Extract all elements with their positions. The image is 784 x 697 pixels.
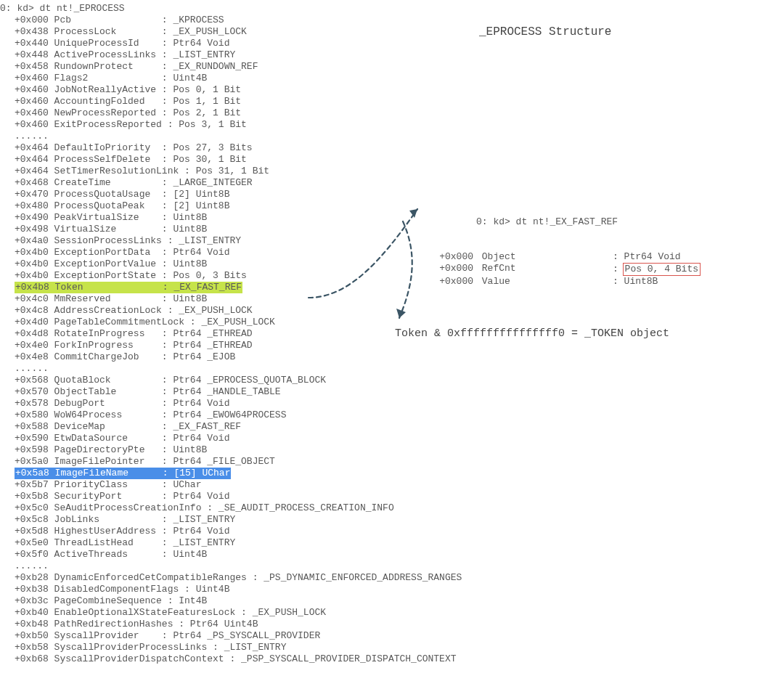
refcnt-bits-box: Pos 0, 4 Bits (623, 263, 701, 276)
struct-field-line: +0x570 ObjectTable : Ptr64 _HANDLE_TABLE (0, 386, 784, 398)
struct-field-line: +0xb38 DisabledComponentFlags : Uint4B (0, 584, 784, 595)
struct-field-line: +0xb68 SyscallProviderDispatchContext : … (0, 653, 784, 665)
struct-field-line: +0x5d8 HighestUserAddress : Ptr64 Void (0, 526, 784, 537)
ellipsis-line: ...... (0, 131, 784, 142)
struct-field-line: +0x000 Pcb : _KPROCESS (0, 15, 784, 26)
struct-field-line: +0x440 UniqueProcessId : Ptr64 Void (0, 38, 784, 49)
struct-field-line: +0x4d0 PageTableCommitmentLock : _EX_PUS… (0, 317, 784, 328)
struct-field-line: +0x4e8 CommitChargeJob : Ptr64 _EJOB (0, 351, 784, 363)
fastref-field-line: +0x000 RefCnt: Pos 0, 4 Bits (428, 263, 701, 276)
struct-field-line: +0x5b7 PriorityClass : UChar (0, 479, 784, 491)
struct-field-line: +0x578 DebugPort : Ptr64 Void (0, 398, 784, 409)
struct-field-line: +0x464 ProcessSelfDelete : Pos 30, 1 Bit (0, 154, 784, 166)
fastref-prompt: 0: kd> dt nt!_EX_FAST_REF (473, 216, 613, 228)
struct-field-line: +0x460 Flags2 : Uint4B (0, 73, 784, 84)
fastref-field-line: +0x000 Object: Ptr64 Void (428, 251, 701, 263)
token-field-highlight: +0x4b8 Token : _EX_FAST_REF (15, 282, 242, 293)
structure-title: _EPROCESS Structure (479, 26, 611, 38)
ellipsis-line: ...... (0, 561, 784, 572)
struct-field-line: +0x5c8 JobLinks : _LIST_ENTRY (0, 514, 784, 526)
debugger-prompt: 0: kd> dt nt!_EPROCESS (0, 3, 784, 15)
struct-field-line: +0x590 EtwDataSource : Ptr64 Void (0, 433, 784, 444)
struct-field-line: +0x5a0 ImageFilePointer : Ptr64 _FILE_OB… (0, 456, 784, 468)
ellipsis-line: ...... (0, 363, 784, 375)
struct-field-line: +0x464 SetTimerResolutionLink : Pos 31, … (0, 166, 784, 177)
struct-field-line: +0x4c8 AddressCreationLock : _EX_PUSH_LO… (0, 305, 784, 317)
struct-field-line: +0xb3c PageCombineSequence : Int4B (0, 595, 784, 607)
struct-field-line: +0x460 NewProcessReported : Pos 2, 1 Bit (0, 107, 784, 119)
struct-field-line: +0x5f0 ActiveThreads : Uint4B (0, 549, 784, 561)
struct-field-line: +0x464 DefaultIoPriority : Pos 27, 3 Bit… (0, 142, 784, 154)
struct-field-line: +0xb40 EnableOptionalXStateFeaturesLock … (0, 607, 784, 619)
struct-field-line: +0x438 ProcessLock : _EX_PUSH_LOCK (0, 26, 784, 38)
struct-field-line: +0xb50 SyscallProvider : Ptr64 _PS_SYSCA… (0, 630, 784, 642)
struct-field-line: +0xb58 SyscallProviderProcessLinks : _LI… (0, 642, 784, 653)
struct-field-line: +0xb48 PathRedirectionHashes : Ptr64 Uin… (0, 619, 784, 630)
token-mask-equation: Token & 0xfffffffffffffff0 = _TOKEN obje… (395, 328, 669, 340)
struct-field-line: +0x460 AccountingFolded : Pos 1, 1 Bit (0, 96, 784, 107)
imagefilename-field-highlight: +0x5a8 ImageFileName : [15] UChar (15, 468, 231, 479)
struct-field-line: +0x5c0 SeAuditProcessCreationInfo : _SE_… (0, 502, 784, 514)
struct-field-line: +0x458 RundownProtect : _EX_RUNDOWN_REF (0, 61, 784, 73)
struct-field-line: +0xb28 DynamicEnforcedCetCompatibleRange… (0, 572, 784, 584)
struct-field-line: +0x580 WoW64Process : Ptr64 _EWOW64PROCE… (0, 409, 784, 421)
struct-field-line: +0x460 JobNotReallyActive : Pos 0, 1 Bit (0, 84, 784, 96)
struct-field-line: +0x468 CreateTime : _LARGE_INTEGER (0, 177, 784, 189)
ex-fast-ref-block: 0: kd> dt nt!_EX_FAST_REF +0x000 Object:… (428, 193, 701, 299)
struct-field-line: +0x5a8 ImageFileName : [15] UChar (0, 468, 784, 479)
struct-field-line: +0x568 QuotaBlock : Ptr64 _EPROCESS_QUOT… (0, 375, 784, 386)
struct-field-line: +0x448 ActiveProcessLinks : _LIST_ENTRY (0, 49, 784, 61)
struct-field-line: +0x4e0 ForkInProgress : Ptr64 _ETHREAD (0, 340, 784, 351)
struct-field-line: +0x460 ExitProcessReported : Pos 3, 1 Bi… (0, 119, 784, 131)
struct-field-line: +0x598 PageDirectoryPte : Uint8B (0, 444, 784, 456)
struct-field-line: +0x5b8 SecurityPort : Ptr64 Void (0, 491, 784, 502)
struct-field-line: +0x5e0 ThreadListHead : _LIST_ENTRY (0, 537, 784, 549)
struct-field-line: +0x588 DeviceMap : _EX_FAST_REF (0, 421, 784, 433)
fastref-field-line: +0x000 Value: Uint8B (428, 276, 701, 288)
